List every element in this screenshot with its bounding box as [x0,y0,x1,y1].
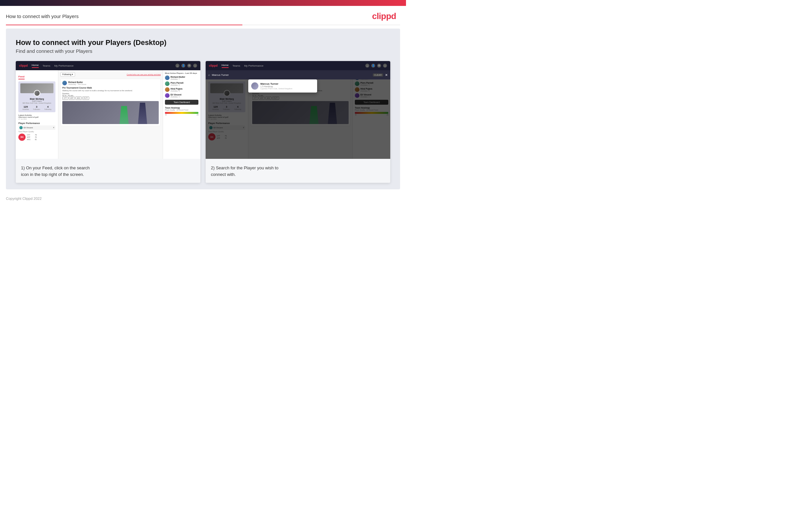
header: How to connect with your Players clippd [0,6,406,25]
team-heatmap-1: Team Heatmap Player Quality · 20 Round T… [165,107,198,116]
profile-name-1: Blair McHarg [20,98,53,100]
pp-player-row-1[interactable]: Eli Vincent ▾ [18,125,55,130]
activity-card-1: Richard Butler Yesterday · The Grove Pre… [60,79,161,126]
nav-item-performance-2[interactable]: My Performance [244,64,264,67]
stat-following-1: 4 Following [44,105,51,110]
pp-avatar-1 [19,126,22,129]
app-nav-2: clippd Home Teams My Performance ⌕ 👤 ⚙ ○ [206,61,390,70]
stat-activities-1: 129 Activities [22,105,29,110]
nav-item-teams-1[interactable]: Teams [43,64,50,67]
caption-text-2: 2) Search for the Player you wish toconn… [211,165,385,177]
bar-ott-1: OTT 79 [27,134,37,136]
search-icon-2[interactable]: ⌕ [365,64,369,68]
nav-item-teams-2[interactable]: Teams [233,64,240,67]
tag-app: APP [69,96,75,100]
following-row-1: Following ▾ Control who can see your act… [60,72,161,77]
list-item-2: Piers Parnell Activities: 4 [165,81,198,86]
nav-item-performance-1[interactable]: My Performance [54,64,74,67]
score-circle-1: 84 [18,134,26,141]
app-middle-1: Following ▾ Control who can see your act… [58,70,163,159]
gear-icon-1[interactable]: ⚙ [187,64,191,68]
caption-text-1: 1) On your Feed, click on the searchicon… [21,165,195,177]
stat-followers-1: 3 Followers [33,105,40,110]
golf-figure-right [136,103,149,124]
logo: clippd [372,11,396,21]
pli-avatar-2 [165,81,170,86]
pp-chevron-icon: ▾ [53,126,54,129]
golf-figure-left [118,106,130,124]
header-divider [6,25,400,25]
search-result-info: Marcus Turner 1.5 Handicap Cypress Point… [260,82,292,90]
list-item-1: Richard Butler Activities: 7 [165,76,198,80]
control-link-1[interactable]: Control who can see your activity and da… [127,74,161,76]
tag-putt: PUTT [82,96,89,100]
activity-header-1: Richard Butler Yesterday · The Grove [62,81,159,85]
search-bar-overlay: ⌕ Marcus Turner CLEAR ✕ [206,70,390,79]
pli-avatar-4 [165,93,170,98]
activity-user-info-1: Richard Butler Yesterday · The Grove [68,81,86,85]
bar-arg-1: ARG 61 [27,138,37,140]
screenshot-panel-2: clippd Home Teams My Performance ⌕ 👤 ⚙ ○ [206,61,390,183]
bar-app-1: APP 70 [27,136,37,138]
team-dashboard-btn-1[interactable]: Team Dashboard [165,100,198,105]
avatar-icon-2[interactable]: ○ [383,64,387,68]
search-result-item-1[interactable]: Marcus Turner 1.5 Handicap Cypress Point… [249,81,316,91]
search-icon-1[interactable]: ⌕ [176,64,179,68]
bars-row-1: OTT 79 APP 70 [27,134,37,141]
profile-stats-1: 129 Activities 3 Followers 4 Following [20,105,53,110]
app-left-1: Feed Blair McHarg Golf Coach Mill Ride G… [16,70,58,159]
latest-activity-1: Latest Activity Afternoon round of golf … [18,114,55,120]
pli-avatar-1 [165,76,170,80]
profile-avatar-1 [34,90,40,96]
app-body-2: Feed Blair McHarg Golf Coach Mill Ride G… [206,70,390,159]
page-title: How to connect with your Players [6,13,79,19]
activity-tags-1: OTT APP ARG PUTT [62,96,159,100]
clear-button[interactable]: CLEAR [373,74,383,77]
user-icon-2[interactable]: 👤 [371,64,375,68]
list-item-4: Eli Vincent Activities: 1 [165,93,198,98]
main-content: How to connect with your Players (Deskto… [6,29,400,189]
screenshot-panel-1: clippd Home Teams My Performance ⌕ 👤 ⚙ ○ [16,61,200,183]
activity-avatar-1 [62,81,67,85]
feed-tab-1[interactable]: Feed [18,75,25,79]
avatar-inner-1 [35,91,40,96]
main-subtitle: Find and connect with your Players [16,48,390,54]
footer: Copyright Clippd 2022 [0,193,406,205]
top-bar [0,0,406,6]
score-area-1: 84 OTT 79 APP [18,133,55,141]
nav-item-home-1[interactable]: Home [32,64,39,68]
screenshots-row: clippd Home Teams My Performance ⌕ 👤 ⚙ ○ [16,61,390,183]
nav-icons-1: ⌕ 👤 ⚙ ○ [176,64,197,68]
app-nav-logo-1: clippd [19,64,28,67]
search-query-display[interactable]: Marcus Turner [212,74,371,77]
profile-banner-1 [20,83,53,93]
close-search-button[interactable]: ✕ [385,73,388,77]
app-mockup-2: clippd Home Teams My Performance ⌕ 👤 ⚙ ○ [206,61,390,159]
app-right-1: Most Active Players - Last 30 days Richa… [163,70,200,159]
caption-2: 2) Search for the Player you wish toconn… [206,159,390,183]
app-nav-1: clippd Home Teams My Performance ⌕ 👤 ⚙ ○ [16,61,200,70]
pli-avatar-3 [165,87,170,92]
nav-item-home-2[interactable]: Home [222,64,229,68]
copyright-text: Copyright Clippd 2022 [6,197,42,201]
app-nav-logo-2: clippd [209,64,218,67]
gear-icon-2[interactable]: ⚙ [377,64,381,68]
avatar-icon-1[interactable]: ○ [193,64,197,68]
player-perf-section-1: Player Performance Eli Vincent ▾ Total P… [18,122,55,141]
heatmap-labels-1: -5 +5 [165,114,198,116]
nav-icons-2: ⌕ 👤 ⚙ ○ [365,64,387,68]
following-btn-1[interactable]: Following ▾ [60,72,75,77]
user-icon-1[interactable]: 👤 [181,64,185,68]
profile-area-1: Blair McHarg Golf Coach Mill Ride Golf C… [18,81,55,112]
main-title: How to connect with your Players (Deskto… [16,38,390,47]
list-item-3: Hiral Pujara Activities: 3 [165,87,198,92]
tag-arg: ARG [76,96,82,100]
heatmap-bar-1 [165,112,198,114]
activity-image-1 [62,101,159,124]
app-body-1: Feed Blair McHarg Golf Coach Mill Ride G… [16,70,200,159]
tag-ott: OTT [62,96,68,100]
search-result-avatar [251,82,258,90]
search-icon-overlay: ⌕ [208,73,210,77]
search-results-dropdown: Marcus Turner 1.5 Handicap Cypress Point… [248,79,317,92]
caption-1: 1) On your Feed, click on the searchicon… [16,159,200,183]
